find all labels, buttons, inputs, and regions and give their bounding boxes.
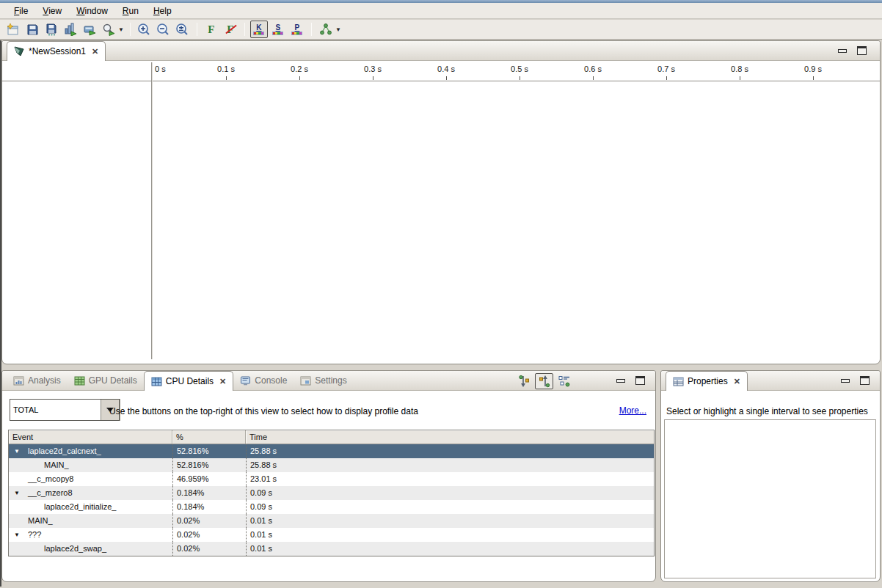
save-button[interactable]	[23, 21, 41, 38]
cpu-view-mode-toolbar	[515, 373, 573, 389]
event-name: laplace2d_swap_	[44, 544, 106, 553]
close-icon[interactable]: ✕	[92, 47, 98, 56]
tab-console[interactable]: Console	[233, 371, 294, 390]
more-link[interactable]: More...	[619, 405, 646, 416]
session-tab[interactable]: *NewSession1 ✕	[7, 41, 106, 61]
session-tab-label: *NewSession1	[29, 46, 86, 56]
cpu-details-table: Event % Time ▼laplace2d_calcnext_52.816%…	[8, 430, 655, 556]
maximize-icon[interactable]	[857, 46, 867, 55]
new-session-button[interactable]	[4, 21, 22, 38]
kernel-view-button[interactable]: K	[250, 21, 268, 38]
properties-panel: Properties ✕ Select or highlight a singl…	[660, 370, 881, 582]
table-row[interactable]: ▼laplace2d_calcnext_52.816%25.88 s	[9, 444, 654, 458]
tab-console-label: Console	[255, 375, 287, 386]
callees-view-button[interactable]	[535, 373, 553, 389]
zoom-in-icon	[137, 23, 151, 37]
clear-markers-button[interactable]: F	[222, 21, 239, 38]
add-marker-button[interactable]: F	[203, 21, 220, 38]
close-icon[interactable]: ✕	[734, 377, 740, 386]
pane-divider[interactable]	[151, 62, 153, 359]
menu-run[interactable]: Run	[116, 4, 145, 18]
event-name: MAIN_	[28, 516, 53, 525]
flat-view-button[interactable]	[555, 373, 573, 389]
maximize-icon[interactable]	[860, 376, 870, 385]
tab-cpu-details-label: CPU Details	[166, 376, 214, 386]
zoom-fit-button[interactable]	[174, 21, 192, 38]
properties-content-box	[664, 419, 876, 578]
session-editor-panel: *NewSession1 ✕ 0 s0.1 s0.2 s0.3 s0.4 s0.…	[1, 40, 881, 364]
time-cell: 0.09 s	[246, 486, 654, 500]
save-all-button[interactable]	[43, 21, 60, 38]
add-marker-icon: F	[208, 24, 214, 35]
properties-hint-text: Select or highlight a single interval to…	[666, 406, 868, 416]
tab-properties-label: Properties	[688, 376, 728, 386]
kernel-view-icon: K	[253, 24, 264, 35]
profile-data-combobox[interactable]: TOTAL	[10, 399, 120, 421]
tree-collapse-icon	[518, 375, 531, 388]
zoom-out-button[interactable]	[155, 21, 172, 38]
table-row[interactable]: laplace2d_swap_0.02%0.01 s	[9, 542, 654, 556]
menu-window[interactable]: Window	[70, 4, 114, 18]
minimize-icon[interactable]	[616, 379, 625, 383]
import-button[interactable]	[81, 21, 98, 38]
table-row[interactable]: MAIN_52.816%25.88 s	[9, 458, 654, 472]
table-row[interactable]: ▼???0.02%0.01 s	[9, 528, 654, 542]
maximize-icon[interactable]	[635, 376, 645, 385]
event-cell: MAIN_	[9, 458, 172, 472]
minimize-icon[interactable]	[841, 379, 850, 383]
ruler-tick-mark	[446, 76, 447, 80]
zoom-in-button[interactable]	[136, 21, 153, 38]
save-icon	[26, 23, 39, 36]
tab-gpu-details[interactable]: GPU Details	[68, 371, 144, 390]
profile-application-button[interactable]	[62, 21, 79, 38]
tab-settings[interactable]: Settings	[294, 371, 353, 390]
close-icon[interactable]: ✕	[219, 377, 226, 386]
ruler-tick-label: 0.3 s	[364, 65, 382, 73]
event-cell: MAIN_	[9, 514, 172, 528]
callers-view-button[interactable]	[515, 373, 533, 389]
time-cell: 23.01 s	[246, 472, 654, 486]
ruler-tick-label: 0.2 s	[291, 65, 308, 73]
column-header-event[interactable]: Event	[9, 430, 172, 444]
minimize-icon[interactable]	[838, 49, 847, 53]
menu-help[interactable]: Help	[147, 4, 178, 18]
timeline-ruler[interactable]: 0 s0.1 s0.2 s0.3 s0.4 s0.5 s0.6 s0.7 s0.…	[2, 61, 880, 81]
tab-analysis[interactable]: Analysis	[7, 371, 68, 390]
percent-cell: 46.959%	[172, 472, 246, 486]
process-view-icon: P	[291, 24, 302, 35]
table-row[interactable]: laplace2d_initialize_0.184%0.09 s	[9, 500, 654, 514]
column-header-time[interactable]: Time	[246, 430, 654, 444]
tab-gpu-details-label: GPU Details	[89, 375, 137, 386]
percent-cell: 0.02%	[172, 514, 246, 528]
ruler-tick-label: 0 s	[155, 65, 166, 73]
menu-file[interactable]: File	[7, 4, 34, 18]
search-dropdown-caret[interactable]: ▼	[118, 26, 124, 33]
table-row[interactable]: ▼__c_mzero80.184%0.09 s	[9, 486, 654, 500]
call-tree-dropdown-caret[interactable]: ▼	[335, 26, 341, 33]
event-cell: __c_mcopy8	[9, 472, 172, 486]
tab-properties[interactable]: Properties ✕	[666, 371, 748, 391]
analysis-icon	[13, 376, 24, 386]
profile-application-icon	[64, 23, 77, 36]
timeline-row-tree-pane[interactable]	[2, 81, 151, 358]
process-view-button[interactable]: P	[288, 21, 306, 38]
search-icon	[102, 23, 115, 36]
expand-arrow-icon[interactable]: ▼	[14, 490, 20, 496]
column-header-percent[interactable]: %	[172, 430, 246, 444]
expand-arrow-icon[interactable]: ▼	[14, 532, 20, 538]
table-row[interactable]: MAIN_0.02%0.01 s	[9, 514, 654, 528]
table-row[interactable]: __c_mcopy846.959%23.01 s	[9, 472, 654, 486]
stream-view-button[interactable]: S	[269, 21, 287, 38]
ruler-tick-label: 0.8 s	[731, 65, 748, 73]
time-cell: 25.88 s	[246, 458, 654, 472]
expand-arrow-icon[interactable]: ▼	[14, 448, 20, 455]
search-button[interactable]	[100, 21, 117, 38]
event-name: __c_mcopy8	[28, 474, 73, 483]
menu-view[interactable]: View	[36, 4, 68, 18]
timeline-canvas[interactable]	[153, 81, 878, 358]
tab-cpu-details[interactable]: CPU Details ✕	[144, 371, 234, 391]
tab-analysis-label: Analysis	[28, 375, 61, 386]
call-tree-button[interactable]	[317, 21, 335, 38]
cpu-details-icon	[151, 377, 162, 386]
event-name: ???	[28, 530, 41, 539]
